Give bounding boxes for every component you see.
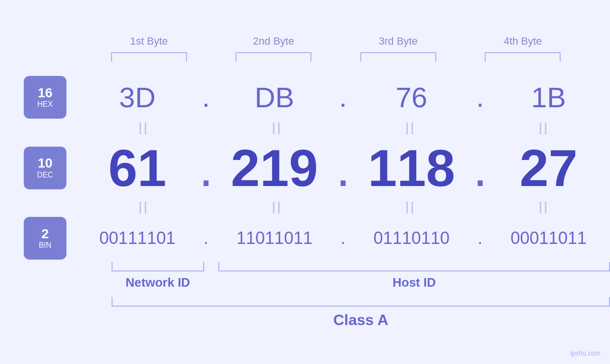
- dec-dot3: .: [473, 142, 487, 194]
- bin-dot1: .: [199, 230, 213, 247]
- dec-byte2: 219: [213, 138, 336, 198]
- hex-dot3: .: [473, 83, 487, 112]
- dec-dot1: .: [199, 142, 213, 194]
- sep-dec-bin: [0, 198, 610, 217]
- top-bracket-1: [87, 52, 212, 62]
- class-bracket: [112, 297, 610, 307]
- top-brackets: [87, 52, 585, 62]
- bin-byte3: 01110110: [350, 228, 473, 248]
- hex-base-num: 16: [38, 86, 52, 101]
- bin-row: 2 BIN 00111101 . 11011011 . 01110110 . 0…: [0, 217, 610, 260]
- bottom-bracket-row: [112, 262, 610, 271]
- class-section: Class A: [112, 297, 610, 329]
- network-id-label: Network ID: [112, 275, 204, 290]
- hex-dot2: .: [336, 83, 350, 112]
- top-bracket-2: [211, 52, 336, 62]
- bin-values: 00111101 . 11011011 . 01110110 . 0001101…: [76, 228, 610, 248]
- bin-base-num: 2: [41, 227, 49, 242]
- dec-row: 10 DEC 61 . 219 . 118 . 27: [0, 138, 610, 198]
- dec-byte1: 61: [76, 138, 199, 198]
- host-id-label: Host ID: [218, 275, 610, 290]
- top-bracket-3: [336, 52, 461, 62]
- hex-badge: 16 HEX: [24, 76, 66, 119]
- dec-dot2: .: [336, 142, 350, 194]
- hex-row: 16 HEX 3D . DB . 76 . 1B: [0, 76, 610, 119]
- host-id-bracket: [218, 262, 610, 271]
- byte-headers: 1st Byte 2nd Byte 3rd Byte 4th Byte: [87, 35, 585, 47]
- dec-base-name: DEC: [37, 171, 53, 179]
- dec-base-num: 10: [38, 156, 52, 171]
- hex-dot1: .: [199, 83, 213, 112]
- watermark: ipshu.com: [570, 349, 601, 357]
- main-container: 1st Byte 2nd Byte 3rd Byte 4th Byte 16 H…: [0, 0, 610, 364]
- bin-byte1: 00111101: [76, 228, 199, 248]
- bin-byte4: 00011011: [487, 228, 610, 248]
- hex-byte1: 3D: [76, 81, 199, 114]
- hex-byte2: DB: [213, 81, 336, 114]
- dec-badge: 10 DEC: [24, 147, 66, 189]
- header-byte3: 3rd Byte: [336, 35, 461, 47]
- bin-dot2: .: [336, 230, 350, 247]
- bin-byte2: 11011011: [213, 228, 336, 248]
- dec-byte4: 27: [487, 138, 610, 198]
- network-host-labels: Network ID Host ID: [112, 275, 610, 290]
- dec-byte3: 118: [350, 138, 473, 198]
- bin-badge: 2 BIN: [24, 217, 66, 260]
- network-id-bracket: [112, 262, 204, 271]
- bin-base-name: BIN: [39, 241, 52, 250]
- class-a-label: Class A: [112, 311, 610, 329]
- hex-values: 3D . DB . 76 . 1B: [76, 81, 610, 114]
- hex-byte4: 1B: [487, 81, 610, 114]
- header-byte4: 4th Byte: [460, 35, 585, 47]
- hex-byte3: 76: [350, 81, 473, 114]
- sep-hex-dec: [0, 119, 610, 138]
- bin-dot3: .: [473, 230, 487, 247]
- header-byte2: 2nd Byte: [211, 35, 336, 47]
- dec-values: 61 . 219 . 118 . 27: [76, 138, 610, 198]
- header-byte1: 1st Byte: [87, 35, 212, 47]
- hex-base-name: HEX: [38, 100, 53, 109]
- top-bracket-4: [460, 52, 585, 62]
